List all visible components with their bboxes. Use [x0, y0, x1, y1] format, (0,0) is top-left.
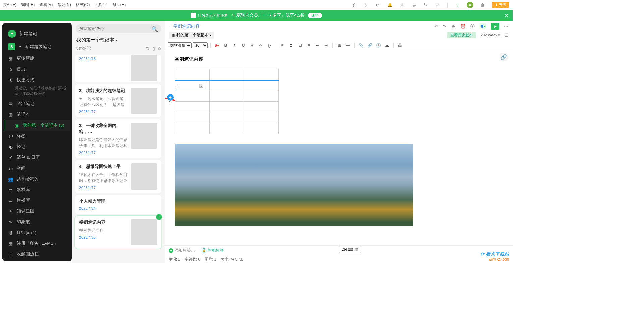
note-card[interactable]: 3、一键收藏全网内容，… 印象笔记是你最强大的信息收集工具。利用印象笔记独家的剪… [75, 119, 161, 158]
sidebar-item-shared[interactable]: 👥共享给我的 [5, 174, 70, 184]
menu-tools[interactable]: 工具(T) [94, 2, 107, 8]
font-select[interactable]: 微软雅黑 [168, 42, 192, 48]
device-icon[interactable]: ▯ [454, 2, 460, 8]
search-input[interactable] [76, 24, 161, 33]
sidebar-item-space[interactable]: ⬡空间 [5, 163, 70, 174]
filter-icon[interactable]: ⎙ [158, 46, 161, 51]
sidebar-item-trash[interactable]: 🗑废纸篓 (1) [5, 227, 70, 238]
refresh-icon[interactable]: ⟳ [375, 2, 380, 8]
new-note-button[interactable]: + 新建笔记 [5, 27, 70, 40]
sidebar-item-all-notes[interactable]: ▤全部笔记 [5, 98, 70, 109]
ime-indicator[interactable]: CH ⌨ 简 [339, 246, 361, 253]
more-icon[interactable]: ⋯ [504, 24, 508, 29]
new-super-note-button[interactable]: S ✦ 新建超级笔记 [5, 40, 70, 53]
sort-icon[interactable]: ⇅ [146, 46, 149, 51]
sidebar-item-shortcut[interactable]: ★快捷方式 [5, 75, 70, 85]
sidebar-item-template[interactable]: ▭模板库 [5, 195, 70, 206]
note-card[interactable]: 举例笔记内容 举例笔记内容 2023/4/25 ↑ [75, 216, 161, 249]
shield-icon[interactable]: ⛉ [423, 2, 429, 8]
search-icon[interactable]: 🔍 [151, 26, 158, 32]
highlight-icon[interactable]: ✑ [257, 42, 264, 49]
forward-icon[interactable]: ❯ [363, 2, 368, 8]
sidebar-item-notebooks[interactable]: ▥笔记本 [5, 109, 70, 120]
target-icon[interactable]: ◎ [411, 2, 417, 8]
sidebar-item-knowledge[interactable]: ✧知识星图 [5, 206, 70, 217]
note-title-link[interactable]: 举例笔记内容 [173, 23, 200, 29]
back-icon[interactable]: ❮ [351, 2, 356, 8]
notebook-title[interactable]: 我的第一个笔记本▾ [74, 36, 163, 44]
menu-note[interactable]: 笔记(N) [57, 2, 71, 8]
face-icon[interactable]: ☺ [435, 2, 441, 8]
sidebar-item-home[interactable]: ⌂首页 [5, 64, 70, 75]
italic-icon[interactable]: I [231, 42, 238, 49]
font-color-icon[interactable]: a▾ [213, 42, 221, 49]
ol-icon[interactable]: ≣ [287, 42, 295, 49]
sidebar-item-tags[interactable]: 🏷标签 [5, 131, 70, 141]
trash-icon[interactable]: 🗑 [480, 2, 485, 8]
note-card[interactable]: 个人精力管理 2023/4/24 [75, 195, 161, 214]
redo-icon[interactable]: ↷ [443, 24, 446, 29]
menu-format[interactable]: 格式(O) [76, 2, 90, 8]
upgrade-button[interactable]: ⬆升级 [492, 2, 509, 8]
hr-icon[interactable]: — [344, 42, 352, 49]
card-date: 2023/4/17 [79, 186, 128, 190]
sidebar-item-light[interactable]: ◐轻记 [5, 141, 70, 152]
content-table[interactable]: |⌄ [175, 69, 279, 134]
history-button[interactable]: 查看历史版本 [447, 32, 476, 38]
sidebar-item-my-notebook[interactable]: ▣我的第一个笔记本 (8) [5, 120, 70, 131]
ul-icon[interactable]: ≡ [279, 42, 286, 49]
indent-icon[interactable]: ⇥ [322, 42, 330, 49]
note-card[interactable]: 2023/4/18 [75, 55, 161, 82]
editor-content[interactable]: 🔗 举例笔记内容 + ↖ |⌄ [165, 50, 513, 245]
sidebar-item-teams[interactable]: ▦注册「印象TEAMS」 [5, 238, 70, 249]
attach-icon[interactable]: 📎 [357, 42, 365, 49]
smart-tag-button[interactable]: 🔒智能标签 [202, 248, 224, 253]
sync-icon[interactable]: ⇅ [399, 2, 405, 8]
cell-dropdown[interactable]: |⌄ [176, 83, 204, 88]
size-select[interactable]: 10 [193, 42, 208, 48]
landscape-image[interactable] [175, 144, 413, 226]
copy-link-icon[interactable]: 🔗 [500, 53, 508, 61]
expand-icon[interactable]: ▫ [169, 23, 171, 29]
sidebar-collapse[interactable]: «收起侧边栏 [5, 249, 70, 259]
clock-icon[interactable]: 🕒 [375, 42, 382, 49]
checklist-icon[interactable]: ☑ [296, 42, 304, 49]
menu-help[interactable]: 帮助(H) [112, 2, 126, 8]
cloud-icon[interactable]: ☁ [383, 42, 391, 49]
chevron-down-icon[interactable]: ⌄ [199, 84, 203, 88]
outdent-icon[interactable]: ⇤ [314, 42, 321, 49]
note-card[interactable]: 4、思维导图快速上手 很多人在读书、工作和学习时，都有使用思维导图记录要点、… … [75, 160, 161, 193]
sidebar-item-material[interactable]: ▭素材库 [5, 184, 70, 195]
banner-action-button[interactable]: 速抢 [308, 13, 322, 18]
print2-icon[interactable]: 🖶 [396, 42, 404, 49]
code-icon[interactable]: {} [266, 42, 273, 49]
avatar[interactable]: A [467, 2, 473, 8]
table-icon[interactable]: ▦ [335, 42, 343, 49]
menu-file[interactable]: 文件(F) [3, 2, 16, 8]
menu-view[interactable]: 查看(V) [39, 2, 53, 8]
view-icon[interactable]: ▯ [153, 46, 155, 51]
list-toggle-icon[interactable]: ☰ [505, 33, 508, 38]
info-icon[interactable]: ⓘ [470, 23, 475, 29]
content-heading[interactable]: 举例笔记内容 [175, 56, 502, 62]
reminder-icon[interactable]: ⏰ [460, 24, 466, 29]
banner-close-icon[interactable]: ✕ [505, 13, 508, 18]
notebook-selector[interactable]: ▥我的第一个笔记本▾ [169, 32, 214, 39]
share-button[interactable]: ➤ [491, 23, 499, 30]
menu-edit[interactable]: 编辑(E) [21, 2, 35, 8]
account-icon[interactable]: 👤▾ [479, 23, 486, 29]
bold-icon[interactable]: B [222, 42, 229, 49]
sidebar-item-more-new[interactable]: ▦更多新建 [5, 53, 70, 64]
sidebar-item-tasks[interactable]: ✔清单 & 日历 [5, 152, 70, 163]
add-tag-button[interactable]: +添加标签… [169, 248, 195, 253]
align-left-icon[interactable]: ≡ [305, 42, 312, 49]
strike-icon[interactable]: T̶ [248, 42, 256, 49]
note-card[interactable]: 2、功能强大的超级笔记 ✦ 「超级笔记」和普通笔记有什么区别？ 「超级笔记」将各… [75, 84, 161, 117]
underline-icon[interactable]: U [239, 42, 247, 49]
undo-icon[interactable]: ↶ [434, 24, 438, 29]
bell-icon[interactable]: 🔔 [387, 2, 392, 8]
cursor-icon: ↖ [169, 99, 172, 104]
print-icon[interactable]: 🖶 [451, 24, 455, 29]
sidebar-item-pen[interactable]: ✎印象笔 [5, 217, 70, 227]
link-icon[interactable]: 🔗 [366, 42, 373, 49]
